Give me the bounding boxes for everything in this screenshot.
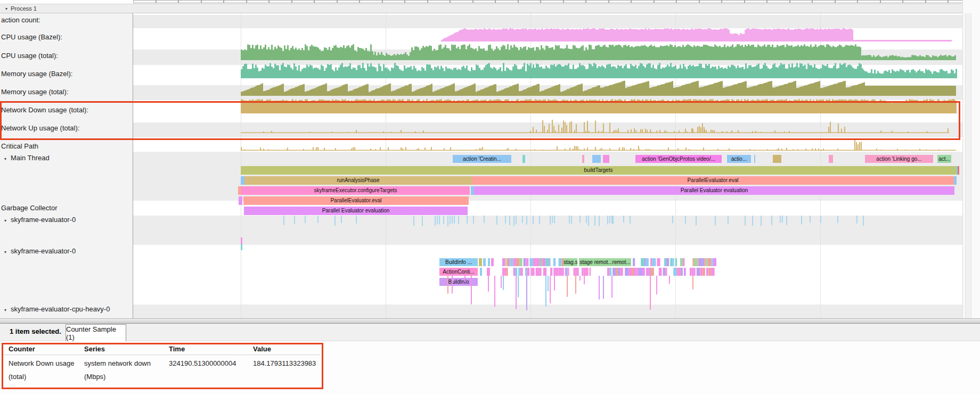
critical-path-slice[interactable]: [603, 155, 609, 163]
track-label-critical-path: Critical Path: [1, 142, 38, 151]
evaluator-sliver[interactable]: [488, 258, 490, 266]
critical-path-slice[interactable]: [773, 155, 781, 163]
cell-value: 184.1793113323983: [253, 357, 330, 370]
main-thread-slice[interactable]: runAnalysisPhase: [244, 176, 472, 185]
evaluator-sliver[interactable]: [241, 244, 242, 250]
evaluator-sliver[interactable]: [483, 258, 486, 266]
critical-path-slice[interactable]: [592, 155, 601, 163]
ruler-cell: [767, 0, 790, 3]
main-thread-slice[interactable]: [241, 176, 244, 185]
track-label-text: Network Up usage (total):: [1, 124, 79, 132]
track-label-skyframe-evaluator-0[interactable]: ▾skyframe-evaluator-0: [4, 215, 76, 224]
ruler-cell: [382, 0, 405, 3]
evaluator-slices[interactable]: [133, 258, 962, 266]
main-thread-slice[interactable]: buildTargets: [241, 166, 956, 175]
collapse-triangle-icon[interactable]: ▾: [4, 157, 6, 161]
evaluator-hanging-lines[interactable]: [133, 276, 962, 318]
main-thread-slice[interactable]: ParallelEvaluator.eval: [243, 196, 469, 205]
ruler-cell: [473, 0, 496, 3]
evaluator-sliver[interactable]: [487, 268, 490, 276]
critical-path-slice[interactable]: action 'Creatin...: [453, 155, 511, 163]
evaluator-slices[interactable]: [133, 268, 962, 276]
trace-viewer-app: ▾ Process 1 action 'Creatin...action 'Ge…: [0, 0, 980, 395]
critical-path-slice[interactable]: [522, 155, 525, 163]
ruler-cell: [156, 0, 179, 3]
critical-path-slice[interactable]: [582, 155, 584, 163]
critical-path-slice[interactable]: [829, 155, 833, 163]
critical-path-slice[interactable]: [754, 155, 755, 163]
histogram-network-down-usage[interactable]: [133, 116, 962, 133]
histogram-memory-usage-bazel[interactable]: [133, 79, 962, 96]
ruler-cell: [495, 0, 518, 3]
track-label-cpu-usage-bazel: CPU usage (Bazel):: [1, 32, 62, 42]
critical-path-slice[interactable]: action 'Linking go...: [865, 155, 933, 163]
collapse-triangle-icon[interactable]: ▾: [5, 6, 7, 11]
histogram-network-up-usage[interactable]: [133, 134, 962, 151]
ruler-cell: [405, 0, 428, 3]
collapse-triangle-icon[interactable]: ▾: [4, 250, 6, 254]
ruler-cell: [812, 0, 835, 3]
main-thread-slice[interactable]: [239, 196, 242, 205]
track-label-text: CPU usage (Bazel):: [1, 33, 62, 41]
track-label-text: action count:: [1, 16, 40, 24]
ruler-cell: [699, 0, 722, 3]
critical-path-slice[interactable]: action 'GenObjcProtos video/...: [635, 155, 722, 163]
col-header-series: Series: [84, 345, 105, 353]
main-thread-slice[interactable]: skyframeExecutor.configureTargets: [241, 186, 470, 195]
collapse-triangle-icon[interactable]: ▾: [4, 218, 6, 223]
track-label-main-thread[interactable]: ▾Main Thread: [4, 153, 50, 162]
ruler-cell: [586, 0, 609, 3]
main-thread-slice[interactable]: Parallel Evaluator evaluation: [474, 186, 954, 195]
histogram-memory-usage-total[interactable]: [133, 96, 962, 113]
track-label-garbage-collector: Garbage Collector: [1, 203, 58, 212]
ruler-cell: [541, 0, 564, 3]
vertical-scrollbar[interactable]: [965, 13, 971, 318]
ruler-cell: [247, 0, 270, 3]
critical-path-slice[interactable]: actio...: [727, 155, 751, 163]
histogram-action-count[interactable]: [133, 24, 962, 42]
track-label-skyframe-evaluator-0[interactable]: ▾skyframe-evaluator-0: [4, 246, 76, 256]
cell-counter: Network Down usage (total): [9, 357, 78, 383]
main-thread-slice[interactable]: [954, 176, 957, 185]
main-thread-slice[interactable]: ParallelEvaluator.eval: [472, 176, 954, 185]
track-label-text: skyframe-evaluator-0: [11, 247, 76, 255]
ruler-cell: [428, 0, 451, 3]
ruler-cell: [880, 0, 903, 3]
main-thread-slice[interactable]: [958, 166, 959, 175]
col-header-time: Time: [169, 345, 185, 353]
evaluator-slice[interactable]: stag.stag...: [564, 258, 577, 266]
ruler-cell: [858, 0, 880, 3]
selection-status: 1 item selected.: [10, 327, 61, 335]
critical-path-slice[interactable]: act...: [937, 155, 951, 163]
ruler-cell: [337, 0, 360, 3]
track-label-skyframe-evaluator-cpu-heavy-0[interactable]: ▾skyframe-evaluator-cpu-heavy-0: [4, 305, 110, 314]
tab-counter-sample[interactable]: Counter Sample (1): [66, 324, 126, 341]
panel-splitter[interactable]: [0, 318, 980, 324]
ruler-cell: [360, 0, 382, 3]
details-tabstrip: 1 item selected. Counter Sample (1): [0, 324, 980, 341]
track-label-memory-usage-bazel: Memory usage (Bazel):: [1, 69, 72, 78]
evaluator-slice[interactable]: ActionConti...: [439, 268, 478, 276]
evaluator-sliver[interactable]: [480, 268, 482, 276]
track-label-text: skyframe-evaluator-cpu-heavy-0: [11, 305, 110, 313]
evaluator-sliver[interactable]: [479, 258, 482, 266]
track-label-text: Memory usage (total):: [1, 88, 68, 96]
collapse-triangle-icon[interactable]: ▾: [4, 308, 6, 312]
histogram-cpu-usage-total[interactable]: [133, 61, 962, 78]
evaluator-sliver[interactable]: [241, 237, 242, 244]
process-title: Process 1: [11, 5, 37, 12]
gc-ticks-track[interactable]: [133, 216, 962, 227]
evaluator-slice[interactable]: stage remot...remot...: [579, 258, 631, 266]
track-label-text: skyframe-evaluator-0: [11, 216, 76, 224]
process-header[interactable]: ▾ Process 1: [0, 4, 980, 13]
main-thread-slice[interactable]: Parallel Evaluator evaluation: [244, 207, 468, 215]
track-label-action-count: action count:: [1, 15, 40, 24]
evaluator-slice[interactable]: BuildInfo ...: [439, 258, 478, 266]
evaluator-sliver[interactable]: [491, 258, 494, 266]
timeline-canvas[interactable]: action 'Creatin...action 'GenObjcProtos …: [133, 13, 962, 318]
table-header-divider: [3, 355, 320, 355]
col-header-value: Value: [253, 345, 271, 353]
histogram-cpu-usage-bazel[interactable]: [133, 43, 962, 60]
track-label-network-down-usage-total: Network Down usage (total):: [1, 105, 88, 114]
track-label-network-up-usage-total: Network Up usage (total):: [1, 124, 79, 133]
